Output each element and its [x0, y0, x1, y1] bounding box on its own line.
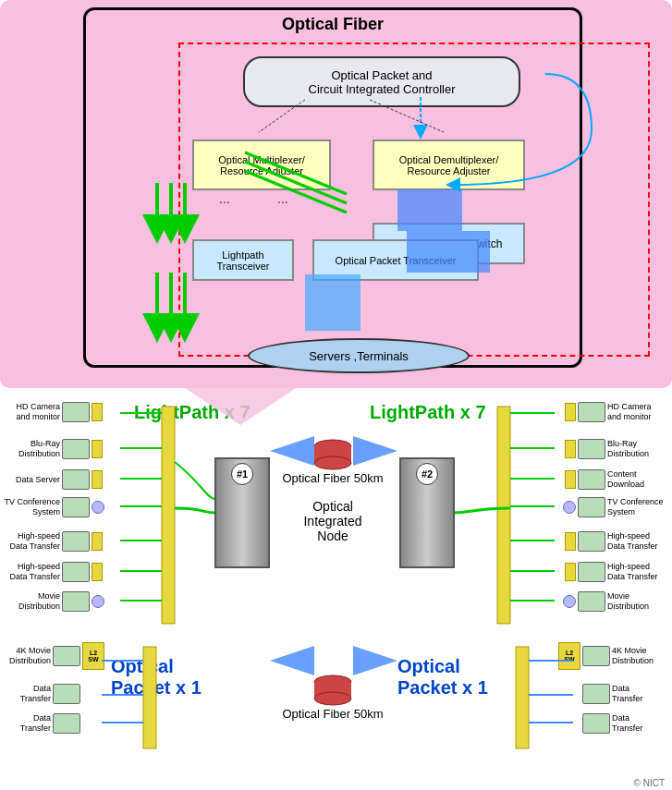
- camera-icon-right: [578, 402, 605, 422]
- right-device-movie: MovieDistribution: [563, 591, 672, 612]
- data-transfer-2-icon-right: [582, 713, 610, 734]
- top-diagram: Optical Fiber Optical Packet and Circuit…: [0, 0, 672, 388]
- movie-icon-left: [62, 591, 90, 612]
- right-device-hd-camera: HD Cameraand monitor: [565, 402, 672, 422]
- connector-triangle: [185, 388, 296, 425]
- data-transfer-1-icon-right: [582, 684, 610, 704]
- right-device-highspeed-1: High-speedData Transfer: [565, 531, 672, 552]
- camera-icon-left: [62, 402, 90, 422]
- bluray-icon-left: [62, 439, 90, 459]
- node-2-box: #2: [399, 457, 455, 568]
- left-device-bluray: Blu-RayDistribution: [0, 439, 103, 459]
- conference-icon-right: [578, 497, 605, 517]
- left-device-movie: MovieDistribution: [0, 591, 104, 612]
- right-device-bluray: Blu-RayDistribution: [565, 439, 672, 459]
- optical-packet-left-label: Optical Packet x 1: [111, 656, 202, 699]
- node-2-label: #2: [416, 463, 438, 485]
- highspeed2-icon-right: [578, 562, 605, 582]
- left-device-data-server: Data Server: [0, 469, 103, 490]
- optical-integrated-node-label: Optical Integrated Node: [259, 499, 407, 543]
- node-1-box: #1: [214, 457, 270, 568]
- l2sw-left: L2SW: [82, 642, 104, 670]
- node-1-label: #1: [231, 463, 253, 485]
- right-device-data-transfer-2: DataTransfer: [582, 713, 672, 734]
- controller-box: Optical Packet and Circuit Integrated Co…: [243, 56, 520, 107]
- optical-fiber-50km-top: Optical Fiber 50km: [250, 439, 416, 485]
- right-device-content-download: ContentDownload: [565, 469, 672, 490]
- conference-icon-left: [62, 497, 90, 517]
- right-device-highspeed-2: High-speedData Transfer: [565, 562, 672, 582]
- highspeed1-icon-right: [578, 531, 605, 552]
- optical-fiber-box: Optical Fiber Optical Packet and Circuit…: [83, 7, 582, 368]
- svg-point-21: [314, 456, 351, 469]
- servers-ellipse: Servers ,Terminals: [248, 338, 470, 373]
- data-transfer-2-icon-left: [53, 713, 80, 734]
- demux-label: Optical Demultiplexer/ Resource Adjuster: [399, 154, 499, 176]
- lightpath-x7-right-label: LightPath x 7: [370, 402, 486, 423]
- left-device-4k-movie: 4K MovieDistribution L2SW: [0, 642, 104, 670]
- optical-fiber-label: Optical Fiber: [275, 15, 391, 34]
- left-device-hd-camera: HD Cameraand monitor: [0, 402, 103, 422]
- 4k-movie-icon-right: [582, 646, 610, 666]
- left-device-data-transfer-1: DataTransfer: [0, 684, 80, 704]
- content-download-icon-right: [578, 469, 605, 490]
- left-device-data-transfer-2: DataTransfer: [0, 713, 80, 734]
- optical-packet-transceiver-box: Optical Packet Transceiver: [312, 239, 479, 281]
- mux-box: Optical Multiplexer/ Resource Adjuster: [192, 140, 331, 190]
- server-icon-left: [62, 469, 90, 490]
- optical-packet-transceiver-label: Optical Packet Transceiver: [336, 255, 457, 266]
- mux-label: Optical Multiplexer/ Resource Adjuster: [218, 154, 305, 176]
- left-device-highspeed-1: High-speedData Transfer: [0, 531, 103, 552]
- optical-fiber-50km-bottom: Optical Fiber 50km: [250, 675, 416, 721]
- right-device-4k-movie: 4K MovieDistribution L2SW: [558, 642, 672, 670]
- nict-copyright: © NICT: [634, 778, 665, 788]
- lightpath-transceiver-label: Lightpath Transceiver: [216, 249, 269, 272]
- movie-icon-right: [578, 591, 605, 612]
- l2sw-right: L2SW: [558, 642, 580, 670]
- highspeed1-icon-left: [62, 531, 90, 552]
- controller-label: Optical Packet and Circuit Integrated Co…: [309, 68, 456, 96]
- right-device-tv-conference: TV ConferenceSystem: [563, 497, 672, 517]
- data-transfer-1-icon-left: [53, 684, 80, 704]
- left-device-highspeed-2: High-speedData Transfer: [0, 562, 103, 582]
- demux-box: Optical Demultiplexer/ Resource Adjuster: [373, 140, 525, 190]
- servers-label: Servers ,Terminals: [309, 349, 409, 363]
- svg-point-24: [314, 692, 351, 705]
- bluray-icon-right: [578, 439, 605, 459]
- bottom-diagram: LightPath x 7 LightPath x 7 Optical Pack…: [0, 388, 672, 790]
- 4k-movie-icon-left: [53, 646, 80, 666]
- lightpath-transceiver-box: Lightpath Transceiver: [192, 239, 294, 281]
- highspeed2-icon-left: [62, 562, 90, 582]
- right-device-data-transfer-1: DataTransfer: [582, 684, 672, 704]
- left-device-tv-conference: TV ConferenceSystem: [0, 497, 104, 517]
